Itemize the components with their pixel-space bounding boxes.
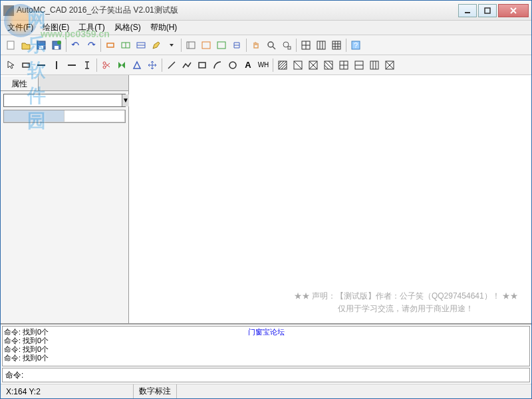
hatch7-icon[interactable]: [367, 58, 382, 72]
line-tool-icon[interactable]: [164, 58, 179, 72]
property-combo-input[interactable]: [4, 94, 122, 106]
hline2-icon[interactable]: [65, 58, 79, 72]
svg-line-20: [273, 47, 275, 49]
rect-tool-icon[interactable]: [19, 58, 33, 72]
hatch3-icon[interactable]: [306, 58, 321, 72]
format3-icon[interactable]: [214, 38, 229, 53]
menu-draw[interactable]: 绘图(E): [39, 21, 73, 35]
rect2-icon[interactable]: [195, 58, 209, 72]
hatch6-icon[interactable]: [352, 58, 366, 72]
help-icon[interactable]: ?: [348, 38, 363, 53]
polyline-icon[interactable]: [180, 58, 194, 72]
hand-icon[interactable]: [249, 38, 263, 53]
svg-line-38: [106, 64, 110, 67]
zoomfit-icon[interactable]: [279, 38, 294, 53]
close-button[interactable]: [498, 4, 529, 17]
command-panel: 门窗宝论坛 命令: 找到0个 命令: 找到0个 命令: 找到0个 命令: 找到0…: [1, 324, 531, 384]
move-icon[interactable]: [145, 58, 160, 72]
svg-rect-18: [217, 42, 225, 49]
svg-rect-6: [39, 46, 43, 49]
svg-text:?: ?: [354, 41, 358, 49]
arc-icon[interactable]: [210, 58, 225, 72]
pointer-icon[interactable]: [3, 58, 18, 72]
svg-point-19: [268, 42, 273, 47]
log-line: 命令: 找到0个: [4, 354, 528, 362]
window-title: AutoMC_CAD 2016_公子笑出品 V2.01测试版: [17, 5, 458, 16]
menu-tools[interactable]: 工具(T): [74, 21, 108, 35]
command-label: 命令:: [3, 370, 26, 381]
menu-file[interactable]: 文件(F): [3, 21, 37, 35]
svg-rect-29: [332, 41, 340, 49]
svg-rect-4: [7, 41, 14, 49]
grid3-icon[interactable]: [329, 38, 344, 53]
svg-rect-1: [485, 8, 490, 13]
svg-rect-22: [288, 47, 291, 49]
tab-properties[interactable]: 属性: [1, 75, 39, 90]
shape3-icon[interactable]: [134, 38, 148, 53]
svg-rect-41: [199, 63, 205, 68]
shape1-icon[interactable]: [103, 38, 118, 53]
svg-point-42: [229, 62, 236, 68]
property-grid[interactable]: [3, 110, 126, 123]
text-wh-icon[interactable]: WH: [256, 58, 271, 72]
toolbar-1: ?: [1, 35, 531, 55]
chevron-down-icon[interactable]: ▼: [122, 94, 129, 106]
svg-line-45: [294, 61, 302, 69]
toolbar-2: A WH: [1, 55, 531, 75]
hatch1-icon[interactable]: [275, 58, 290, 72]
svg-rect-32: [23, 63, 29, 67]
svg-rect-8: [55, 46, 59, 49]
pencil-icon[interactable]: [149, 38, 164, 53]
side-panel: 属性 ▼: [1, 75, 129, 323]
scissors-icon[interactable]: [99, 58, 114, 72]
forum-link[interactable]: 门窗宝论坛: [248, 328, 285, 336]
vline-icon[interactable]: [49, 58, 64, 72]
ibeam-icon[interactable]: [80, 58, 94, 72]
hline-icon[interactable]: [34, 58, 49, 72]
zoom-icon[interactable]: [264, 38, 279, 53]
redo-icon[interactable]: [84, 38, 98, 53]
undo-icon[interactable]: [68, 38, 83, 53]
mirror-icon[interactable]: [114, 58, 129, 72]
saveas-icon[interactable]: [49, 38, 64, 53]
svg-point-36: [103, 62, 106, 65]
maximize-button[interactable]: [478, 4, 497, 17]
status-coords: X:164 Y:2: [1, 384, 134, 398]
menu-help[interactable]: 帮助(H): [146, 21, 182, 35]
command-input[interactable]: [26, 370, 529, 380]
drawing-canvas[interactable]: ★★ 声明：【测试版】作者：公子笑（QQ297454641）！ ★★ 仅用于学习…: [129, 75, 531, 323]
svg-rect-10: [107, 43, 114, 47]
svg-line-40: [168, 62, 175, 68]
grid1-icon[interactable]: [299, 38, 313, 53]
status-bar: X:164 Y:2 数字标注: [1, 384, 531, 398]
circle-icon[interactable]: [225, 58, 240, 72]
svg-rect-15: [187, 42, 195, 49]
triangle-icon[interactable]: [130, 58, 144, 72]
svg-rect-17: [202, 42, 210, 49]
menu-bar: 文件(F) 绘图(E) 工具(T) 风格(S) 帮助(H): [1, 21, 531, 35]
menu-style[interactable]: 风格(S): [110, 21, 145, 35]
open-icon[interactable]: [19, 38, 33, 53]
hatch8-icon[interactable]: [382, 58, 397, 72]
format1-icon[interactable]: [184, 38, 198, 53]
format2-icon[interactable]: [199, 38, 213, 53]
svg-point-37: [103, 66, 106, 68]
dropdown-icon[interactable]: [164, 38, 179, 53]
minimize-button[interactable]: [458, 4, 477, 17]
grid2-icon[interactable]: [314, 38, 329, 53]
hatch5-icon[interactable]: [336, 58, 351, 72]
svg-line-39: [106, 63, 110, 66]
save-icon[interactable]: [34, 38, 49, 53]
property-combo[interactable]: ▼: [3, 94, 126, 107]
app-icon: [3, 5, 14, 16]
svg-rect-55: [370, 61, 378, 69]
hatch4-icon[interactable]: [321, 58, 336, 72]
new-icon[interactable]: [3, 38, 18, 53]
command-log[interactable]: 门窗宝论坛 命令: 找到0个 命令: 找到0个 命令: 找到0个 命令: 找到0…: [2, 326, 530, 366]
shape2-icon[interactable]: [118, 38, 133, 53]
property-row[interactable]: [4, 110, 125, 122]
hatch2-icon[interactable]: [291, 58, 305, 72]
format4-icon[interactable]: [229, 38, 244, 53]
log-line: 命令: 找到0个: [4, 345, 528, 354]
text-a-icon[interactable]: A: [241, 58, 255, 72]
